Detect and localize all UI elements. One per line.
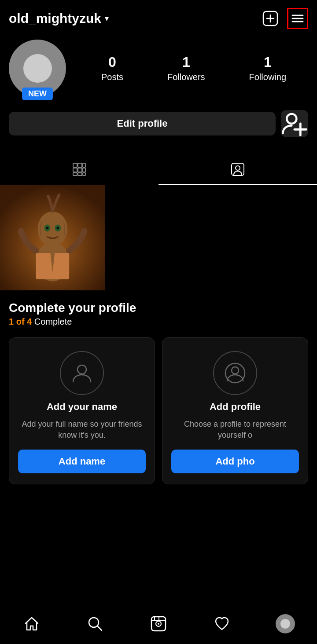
svg-rect-15: [73, 173, 77, 176]
posts-count: 0: [108, 54, 116, 70]
svg-point-29: [225, 363, 245, 383]
complete-profile-subtitle: 1 of 4 Complete: [9, 317, 308, 327]
svg-point-35: [158, 623, 159, 625]
person-circle-icon: [224, 362, 247, 384]
svg-point-25: [46, 227, 48, 229]
menu-button[interactable]: [287, 8, 308, 29]
edit-profile-button[interactable]: Edit profile: [9, 112, 276, 135]
search-icon: [87, 615, 103, 632]
person-icon: [70, 362, 93, 384]
following-label: Following: [249, 72, 286, 82]
grid-icon: [72, 162, 87, 177]
progress-white: Complete: [32, 317, 72, 326]
svg-rect-9: [73, 163, 77, 167]
add-name-card: Add your name Add your full name so your…: [9, 337, 155, 484]
add-friend-button[interactable]: [281, 110, 308, 137]
add-name-title: Add your name: [47, 401, 117, 413]
header-left: old_mightyzuk ▾: [9, 11, 109, 26]
profile-row: NEW 0 Posts 1 Followers 1 Following: [9, 40, 308, 97]
tabs-row: [0, 154, 317, 185]
svg-point-19: [236, 166, 240, 170]
svg-rect-16: [78, 173, 82, 176]
add-photo-desc: Choose a profile to represent yourself o: [171, 419, 299, 441]
profile-cards-row: Add your name Add your full name so your…: [9, 337, 308, 484]
action-row: Edit profile: [9, 110, 308, 137]
add-name-button[interactable]: Add name: [18, 450, 146, 473]
nav-home[interactable]: [14, 611, 49, 637]
username-label[interactable]: old_mightyzuk: [9, 11, 101, 26]
profile-nav-avatar-inner: [280, 619, 290, 629]
following-stat[interactable]: 1 Following: [249, 54, 286, 82]
nav-search[interactable]: [77, 611, 113, 637]
tagged-icon: [230, 162, 245, 177]
svg-point-30: [232, 367, 239, 374]
svg-point-22: [38, 212, 68, 247]
grid-thumbnail-groot[interactable]: [0, 185, 105, 290]
svg-rect-12: [73, 168, 77, 172]
header: old_mightyzuk ▾: [0, 0, 317, 35]
tab-grid[interactable]: [0, 154, 158, 185]
svg-rect-18: [232, 163, 244, 176]
image-grid: [0, 185, 317, 290]
progress-orange: 1 of 4: [9, 317, 32, 326]
content-area: [0, 185, 317, 290]
add-post-button[interactable]: [260, 8, 281, 29]
bottom-nav: [0, 605, 317, 644]
followers-count: 1: [182, 54, 190, 70]
home-icon: [23, 615, 40, 632]
svg-rect-10: [78, 163, 82, 167]
svg-rect-14: [83, 168, 85, 172]
nav-profile[interactable]: [268, 611, 303, 637]
reels-icon: [150, 615, 167, 632]
tab-tagged[interactable]: [158, 154, 317, 185]
complete-profile-title: Complete your profile: [9, 301, 308, 315]
add-photo-card: Add profile Choose a profile to represen…: [162, 337, 308, 484]
svg-point-6: [287, 114, 296, 124]
heart-icon: [214, 615, 230, 632]
add-photo-title: Add profile: [210, 401, 261, 413]
svg-point-28: [77, 365, 86, 374]
add-photo-icon: [213, 351, 257, 395]
svg-line-32: [97, 626, 102, 630]
svg-rect-11: [83, 163, 85, 167]
following-count: 1: [264, 54, 272, 70]
new-badge[interactable]: NEW: [22, 88, 53, 100]
followers-stat[interactable]: 1 Followers: [167, 54, 205, 82]
svg-point-26: [56, 227, 59, 229]
profile-section: NEW 0 Posts 1 Followers 1 Following Edit…: [0, 35, 317, 145]
svg-rect-17: [83, 173, 85, 176]
followers-label: Followers: [167, 72, 205, 82]
posts-label: Posts: [101, 72, 123, 82]
add-name-desc: Add your full name so your friends know …: [18, 419, 146, 441]
add-name-icon: [60, 351, 104, 395]
posts-stat[interactable]: 0 Posts: [101, 54, 123, 82]
nav-reels[interactable]: [141, 611, 176, 637]
complete-profile-section: Complete your profile 1 of 4 Complete Ad…: [0, 290, 317, 493]
avatar-container: NEW: [9, 40, 66, 97]
nav-activity[interactable]: [204, 611, 240, 637]
avatar-placeholder: [23, 54, 52, 83]
profile-nav-avatar: [276, 614, 295, 633]
stats-row: 0 Posts 1 Followers 1 Following: [79, 54, 308, 82]
svg-rect-13: [78, 168, 82, 172]
add-photo-button[interactable]: Add pho: [171, 450, 299, 473]
header-icons: [260, 8, 308, 29]
chevron-down-icon[interactable]: ▾: [105, 14, 109, 23]
